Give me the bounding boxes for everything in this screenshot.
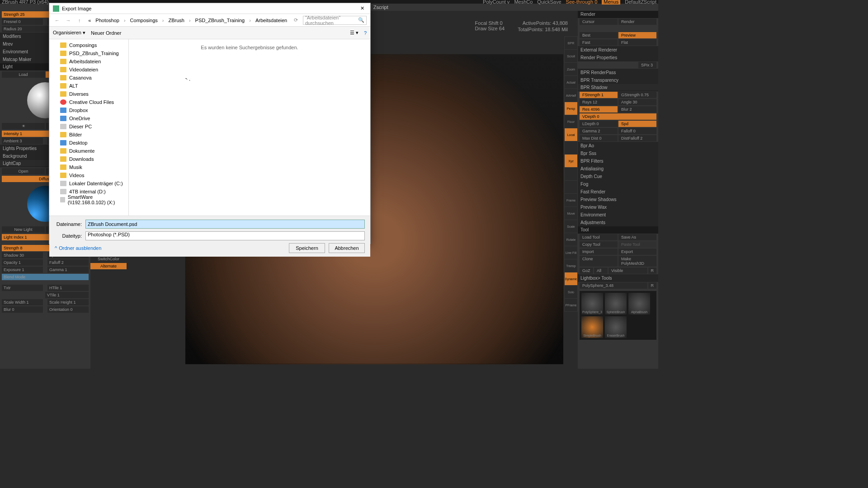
open-button[interactable]: Open <box>2 168 45 174</box>
txtr-button[interactable]: Txtr <box>2 285 43 291</box>
bpr-pass[interactable]: BPR RenderPass <box>578 69 658 76</box>
cancel-button[interactable]: Abbrechen <box>329 243 365 253</box>
tree-item-desktop[interactable]: Desktop <box>49 139 128 147</box>
frame-icon[interactable]: Frame <box>565 194 577 206</box>
export-button[interactable]: Export <box>618 249 656 255</box>
new-light-button[interactable]: New Light <box>2 226 45 233</box>
bpr-icon[interactable]: BPR <box>565 37 577 49</box>
hide-folders-link[interactable]: ^ Ordner ausblenden <box>55 245 101 251</box>
zoom-icon[interactable]: Zoom <box>565 63 577 75</box>
fast-button[interactable]: Fast <box>580 39 618 46</box>
lightbox-tools[interactable]: Lightbox> Tools <box>578 274 658 282</box>
menu-zscript[interactable]: Zscript <box>373 5 388 10</box>
falloff0[interactable]: Falloff 0 <box>618 128 656 134</box>
help-icon[interactable]: ? <box>364 30 367 36</box>
blend-mode[interactable]: Blend Mode <box>2 274 89 280</box>
breadcrumb[interactable]: « Photoshop› Composings› ZBrush› PSD_ZBr… <box>86 17 289 24</box>
crumb-4[interactable]: Arbeitsdateien <box>254 17 289 24</box>
tree-item-smartware-192-168-0-102-x-[interactable]: SmartWare (\\192.168.0.102) (X:) <box>49 196 128 204</box>
blank-icon[interactable] <box>565 141 577 154</box>
antialias[interactable]: Antialiasing <box>578 165 658 173</box>
xyz-icon[interactable]: Xyz <box>565 155 577 167</box>
tree-item-bilder[interactable]: Bilder <box>49 131 128 139</box>
fresnel-slider[interactable]: Fresnel 0 <box>2 19 43 25</box>
blank3-icon[interactable] <box>565 181 577 193</box>
load-tool[interactable]: Load Tool <box>580 234 618 240</box>
ext-renderer[interactable]: External Renderer <box>578 46 658 54</box>
up-icon[interactable]: ↑ <box>75 16 84 25</box>
rays[interactable]: Rays 12 <box>580 99 618 105</box>
fastrender[interactable]: Fast Render <box>578 188 658 196</box>
quicksave-button[interactable]: QuickSave <box>537 0 561 5</box>
aahalf-icon[interactable]: AAHalf <box>565 89 577 102</box>
tree-item-dokumente[interactable]: Dokumente <box>49 147 128 155</box>
r-button[interactable]: R <box>648 267 657 274</box>
blank2-icon[interactable] <box>565 168 577 180</box>
goz-button[interactable]: GoZ <box>580 267 593 274</box>
tool-thumb-1[interactable]: SphereBrush <box>605 293 627 314</box>
local-icon[interactable]: Local <box>565 128 577 141</box>
bprsss[interactable]: Bpr Sss <box>578 150 658 157</box>
prevshadows[interactable]: Preview Shadows <box>578 196 658 203</box>
seethrough-slider[interactable]: See-through 0 <box>566 0 598 5</box>
tree-item-alt[interactable]: ALT <box>49 82 128 90</box>
falloff-slider[interactable]: Falloff 2 <box>47 259 89 266</box>
ambient-slider[interactable]: Ambient 3 <box>2 138 43 144</box>
makepoly-button[interactable]: Make PolyMesh3D <box>618 256 656 267</box>
tree-item-diverses[interactable]: Diverses <box>49 90 128 98</box>
preview-button[interactable]: Preview <box>618 32 656 38</box>
distfalloff[interactable]: DistFalloff 2 <box>618 135 656 141</box>
floor-icon[interactable]: Floor <box>565 115 577 128</box>
sun-icon[interactable]: ☀ <box>2 123 45 129</box>
filetype-select[interactable]: Photoshop (*.PSD) <box>85 231 365 240</box>
tree-item-arbeitsdateien[interactable]: Arbeitsdateien <box>49 57 128 66</box>
depthcue[interactable]: Depth Cue <box>578 173 658 180</box>
scalew-slider[interactable]: Scale Width 1 <box>2 299 43 305</box>
alternate-button[interactable]: Alternate <box>90 263 127 269</box>
exposure-slider[interactable]: Exposure 1 <box>2 267 43 273</box>
forward-icon[interactable]: → <box>64 16 73 25</box>
fstrength[interactable]: FStrength 1 <box>580 92 618 98</box>
tree-item-musik[interactable]: Musik <box>49 163 128 171</box>
tree-item-onedrive[interactable]: OneDrive <box>49 114 128 122</box>
tree-item-composings[interactable]: Composings <box>49 41 128 49</box>
gamma-slider[interactable]: Gamma 1 <box>47 267 89 273</box>
render-button[interactable]: Render <box>618 19 656 25</box>
tool-thumb-2[interactable]: AlphaBrush <box>628 293 650 314</box>
folder-tree[interactable]: ComposingsPSD_ZBrush_TrainingArbeitsdate… <box>49 39 129 216</box>
draw-size[interactable]: Draw Size 64 <box>475 26 505 31</box>
save-button[interactable]: Speichern <box>289 243 325 253</box>
scaleh-slider[interactable]: Scale Height 1 <box>47 299 89 305</box>
adjustments[interactable]: Adjustments <box>578 219 658 226</box>
search-input[interactable]: "Arbeitsdateien" durchsuchen 🔍 <box>303 16 367 25</box>
tree-item-downloads[interactable]: Downloads <box>49 155 128 163</box>
crumb-0[interactable]: Photoshop <box>94 17 121 24</box>
tree-item-creative-cloud-files[interactable]: Creative Cloud Files <box>49 98 128 106</box>
prevwax[interactable]: Preview Wax <box>578 203 658 211</box>
gamma2[interactable]: Gamma 2 <box>580 128 618 134</box>
tree-item-dieser-pc[interactable]: Dieser PC <box>49 122 128 131</box>
ldepth[interactable]: LDepth 0 <box>580 121 618 127</box>
bprao[interactable]: Bpr Ao <box>578 142 658 150</box>
render-env[interactable]: Environment <box>578 211 658 219</box>
r-button-2[interactable]: R <box>648 282 657 289</box>
crumb-2[interactable]: ZBrush <box>166 17 186 24</box>
back-icon[interactable]: ← <box>53 16 61 25</box>
bpr-trans[interactable]: BPR Transparency <box>578 76 658 84</box>
load-light-button[interactable]: Load <box>2 71 45 78</box>
tool-thumb-4[interactable]: EraserBrush <box>605 316 627 338</box>
organize-button[interactable]: Organisieren ▾ <box>53 30 85 36</box>
bprfilters[interactable]: BPR Filters <box>578 157 658 165</box>
angle[interactable]: Angle 30 <box>618 99 656 105</box>
solo-icon[interactable]: Solo <box>565 286 577 298</box>
shadow-slider[interactable]: Shadow 30 <box>2 252 43 258</box>
flat-button[interactable]: Flat <box>618 39 656 46</box>
visible-button[interactable]: Visible <box>609 267 647 274</box>
best-button[interactable]: Best <box>580 32 618 38</box>
dynamic-icon[interactable]: Dynamic <box>565 272 577 285</box>
cursor-button[interactable]: Cursor <box>580 19 618 25</box>
persp-icon[interactable]: Persp <box>565 102 577 115</box>
opacity-slider[interactable]: Opacity 1 <box>2 259 43 266</box>
vdepth[interactable]: VDepth 0 <box>580 113 656 120</box>
spix-slider[interactable]: SPix 3 <box>638 62 656 68</box>
